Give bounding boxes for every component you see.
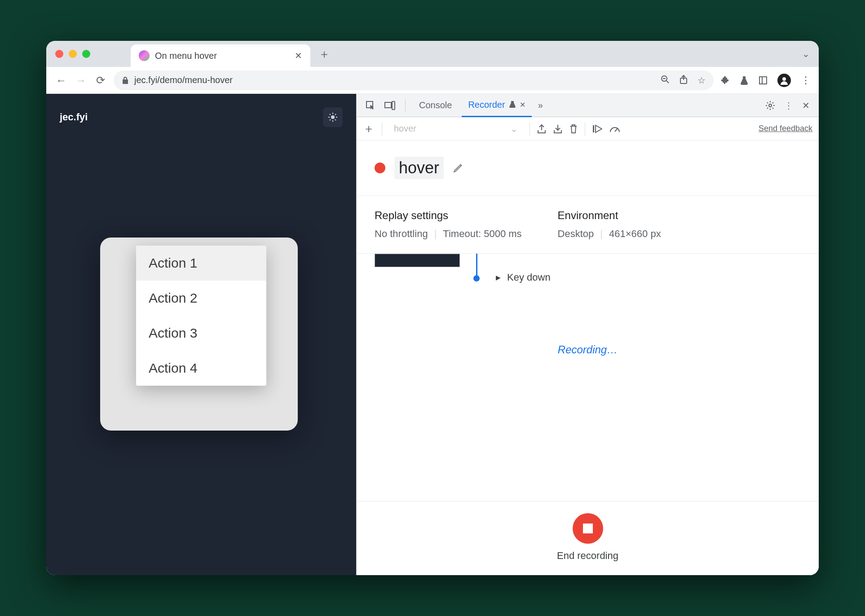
browser-window: On menu hover ✕ ＋ ⌄ ← → ⟳ jec.fyi/demo/m…	[46, 41, 819, 575]
chevron-down-icon: ⌄	[510, 123, 518, 134]
forward-button[interactable]: →	[74, 74, 88, 87]
svg-line-1	[666, 81, 669, 83]
rendered-page: jec.fyi Hover me! Action 1 Action 2 Acti…	[46, 94, 356, 575]
devtools-panel: Console Recorder ✕ » ⋮ ✕ ＋ hover	[356, 94, 819, 575]
timeout-value[interactable]: Timeout: 5000 ms	[443, 228, 521, 240]
step-label: Key down	[507, 272, 551, 283]
reader-icon[interactable]	[759, 76, 768, 85]
browser-toolbar: ← → ⟳ jec.fyi/demo/menu-hover ☆	[46, 67, 819, 94]
svg-point-7	[331, 115, 335, 119]
svg-rect-17	[385, 102, 391, 108]
back-button[interactable]: ←	[54, 74, 68, 87]
lock-icon	[122, 76, 129, 84]
timeline-marker-icon	[473, 275, 480, 282]
menu-item-1[interactable]: Action 1	[136, 246, 266, 281]
recorder-toolbar: ＋ hover ⌄	[357, 117, 819, 141]
menu-icon[interactable]: ⋮	[801, 75, 811, 86]
tabs-dropdown-button[interactable]: ⌄	[802, 48, 810, 59]
menu-item-3[interactable]: Action 3	[136, 316, 266, 351]
zoom-out-icon[interactable]	[661, 75, 670, 86]
url-text: jec.fyi/demo/menu-hover	[134, 75, 655, 85]
new-tab-button[interactable]: ＋	[318, 46, 330, 62]
import-icon[interactable]	[553, 124, 562, 134]
recording-settings: Replay settings No throttling | Timeout:…	[357, 196, 819, 254]
close-window-button[interactable]	[55, 50, 63, 58]
devtools-menu-icon[interactable]: ⋮	[781, 100, 796, 111]
devtools-tabbar: Console Recorder ✕ » ⋮ ✕	[357, 94, 819, 117]
recording-status: Recording…	[375, 343, 801, 356]
address-bar[interactable]: jec.fyi/demo/menu-hover ☆	[114, 70, 714, 90]
throttling-value[interactable]: No throttling	[375, 228, 428, 240]
end-recording-button[interactable]	[573, 513, 603, 544]
maximize-window-button[interactable]	[82, 50, 90, 58]
settings-icon[interactable]	[763, 101, 778, 110]
delete-icon[interactable]	[569, 124, 578, 134]
recording-header: hover	[357, 141, 819, 196]
tab-title: On menu hover	[155, 51, 289, 61]
end-recording-label: End recording	[557, 550, 618, 562]
extensions-icon[interactable]	[720, 75, 730, 85]
env-size: 461×660 px	[609, 228, 661, 240]
new-recording-button[interactable]: ＋	[363, 121, 375, 136]
expand-step-icon[interactable]: ▶	[496, 274, 501, 281]
recording-steps: ▶ Key down Recording…	[357, 254, 819, 501]
hover-menu: Action 1 Action 2 Action 3 Action 4	[136, 246, 266, 386]
env-device: Desktop	[558, 228, 594, 240]
svg-rect-18	[392, 101, 395, 110]
svg-rect-20	[593, 125, 594, 132]
device-toggle-icon[interactable]	[382, 101, 398, 110]
step-thumbnail	[375, 254, 460, 267]
browser-tab[interactable]: On menu hover ✕	[131, 44, 310, 67]
performance-icon[interactable]	[609, 125, 620, 133]
timeline-line	[476, 254, 477, 276]
replay-settings-label: Replay settings	[375, 209, 522, 222]
edit-name-button[interactable]	[453, 163, 463, 173]
more-tabs-icon[interactable]: »	[535, 100, 546, 110]
replay-icon[interactable]	[592, 124, 602, 133]
svg-rect-4	[759, 77, 767, 84]
inspect-icon[interactable]	[363, 101, 378, 110]
reload-button[interactable]: ⟳	[94, 74, 107, 87]
recording-selector[interactable]: hover ⌄	[389, 123, 522, 134]
environment-label: Environment	[558, 209, 661, 222]
minimize-window-button[interactable]	[69, 50, 77, 58]
close-devtools-button[interactable]: ✕	[799, 100, 812, 111]
recording-indicator-icon	[375, 163, 385, 173]
hover-card[interactable]: Hover me! Action 1 Action 2 Action 3 Act…	[100, 238, 298, 431]
site-title: jec.fyi	[60, 111, 88, 123]
svg-point-19	[769, 104, 772, 107]
export-icon[interactable]	[537, 124, 546, 134]
svg-point-6	[782, 77, 786, 81]
send-feedback-link[interactable]: Send feedback	[759, 124, 812, 133]
step-item[interactable]: ▶ Key down	[496, 272, 551, 283]
console-tab[interactable]: Console	[413, 94, 458, 117]
svg-line-21	[615, 128, 618, 132]
bookmark-icon[interactable]: ☆	[697, 75, 706, 86]
svg-line-12	[330, 114, 331, 115]
close-recorder-tab-button[interactable]: ✕	[520, 101, 525, 109]
stop-icon	[583, 524, 593, 533]
favicon-icon	[139, 50, 150, 61]
svg-line-14	[330, 119, 331, 120]
menu-item-2[interactable]: Action 2	[136, 281, 266, 316]
recorder-tab[interactable]: Recorder ✕	[462, 94, 531, 117]
share-icon[interactable]	[680, 75, 688, 86]
recording-name[interactable]: hover	[394, 157, 444, 179]
titlebar: On menu hover ✕ ＋ ⌄	[46, 41, 819, 67]
flask-icon	[509, 101, 516, 109]
window-controls	[55, 50, 90, 58]
svg-line-13	[335, 119, 336, 120]
menu-item-4[interactable]: Action 4	[136, 351, 266, 386]
profile-avatar[interactable]	[777, 74, 791, 87]
close-tab-button[interactable]: ✕	[295, 50, 302, 61]
content-area: jec.fyi Hover me! Action 1 Action 2 Acti…	[46, 94, 819, 575]
recording-footer: End recording	[357, 501, 819, 575]
svg-line-15	[335, 114, 336, 115]
theme-toggle-button[interactable]	[323, 107, 343, 127]
labs-icon[interactable]	[740, 75, 749, 85]
